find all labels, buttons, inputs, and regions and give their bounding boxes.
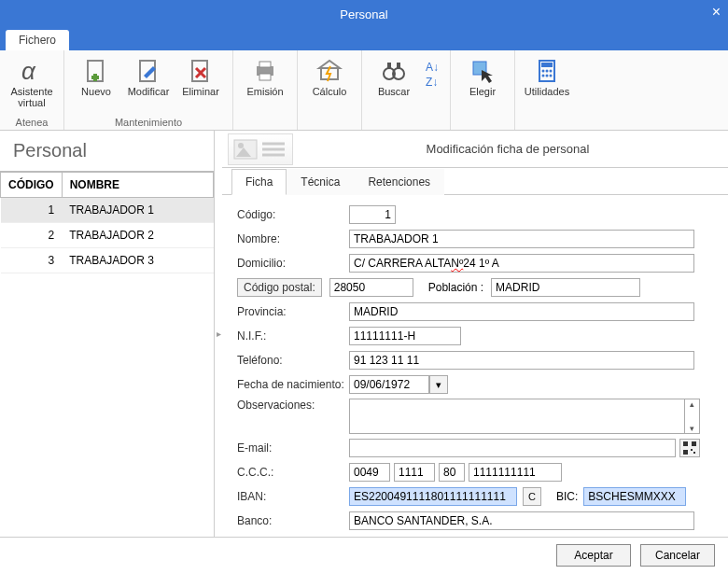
grid: CÓDIGO NOMBRE 1 TRABAJADOR 1 2 TRABAJADO… — [0, 171, 214, 273]
accept-button[interactable]: Aceptar — [556, 544, 631, 567]
calculator-icon — [532, 56, 562, 86]
left-title: Personal — [0, 131, 214, 171]
footer: Aceptar Cancelar — [0, 537, 728, 572]
svg-rect-33 — [691, 449, 693, 451]
main: Personal CÓDIGO NOMBRE 1 TRABAJADOR 1 2 — [0, 131, 728, 537]
label-domicilio: Domicilio: — [237, 257, 349, 270]
label-fecha-nac: Fecha de nacimiento: — [237, 378, 349, 391]
input-iban[interactable] — [349, 487, 517, 506]
asistente-virtual-button[interactable]: α Asistente virtual — [7, 54, 56, 110]
obs-scrollbar[interactable]: ▴▾ — [685, 399, 700, 434]
qr-icon[interactable] — [679, 439, 700, 457]
titlebar: Personal × — [0, 0, 728, 28]
emision-label: Emisión — [246, 86, 283, 97]
codigo-postal-button[interactable]: Código postal: — [237, 278, 322, 297]
col-codigo[interactable]: CÓDIGO — [1, 173, 63, 198]
iban-calc-button[interactable]: C — [523, 487, 541, 506]
svg-point-20 — [546, 70, 549, 73]
sort-desc-button[interactable]: Z↓ — [422, 75, 442, 90]
label-provincia: Provincia: — [237, 305, 349, 318]
modificar-label: Modificar — [128, 86, 170, 97]
table-row[interactable]: 1 TRABAJADOR 1 — [1, 198, 214, 223]
input-observaciones[interactable] — [349, 399, 685, 434]
input-bic[interactable] — [583, 487, 686, 506]
label-codigo: Código: — [237, 208, 349, 221]
input-ccc-a[interactable] — [349, 463, 390, 482]
asistente-line2: virtual — [18, 97, 45, 108]
eliminar-button[interactable]: Eliminar — [176, 54, 225, 99]
edit-doc-icon — [133, 56, 163, 86]
ribbon-group-atenea: α Asistente virtual Atenea — [0, 50, 64, 130]
svg-rect-34 — [693, 452, 695, 454]
input-nombre[interactable] — [349, 230, 694, 248]
svg-rect-9 — [259, 62, 271, 67]
sort-asc-icon: A↓ — [426, 61, 439, 74]
input-codigo[interactable] — [349, 205, 396, 224]
cancel-button[interactable]: Cancelar — [640, 544, 715, 567]
col-nombre[interactable]: NOMBRE — [62, 173, 213, 198]
table-row[interactable]: 3 TRABAJADOR 3 — [1, 248, 214, 273]
cell-codigo: 1 — [1, 198, 63, 223]
input-email[interactable] — [349, 439, 676, 457]
table-row[interactable]: 2 TRABAJADOR 2 — [1, 223, 214, 248]
ribbon-tabs: Fichero — [0, 28, 728, 50]
close-icon[interactable]: × — [712, 4, 721, 21]
form-tabs: Ficha Técnica Retenciones — [222, 168, 728, 195]
emision-button[interactable]: Emisión — [241, 54, 289, 99]
elegir-button[interactable]: Elegir — [458, 54, 507, 99]
cursor-box-icon — [468, 56, 497, 86]
eliminar-label: Eliminar — [182, 86, 219, 97]
utilidades-button[interactable]: Utilidades — [523, 54, 571, 99]
label-banco: Banco: — [237, 514, 349, 527]
input-banco[interactable] — [349, 511, 694, 530]
svg-rect-32 — [683, 450, 688, 455]
input-fecha-nac[interactable] — [349, 375, 429, 394]
ribbon-tab-fichero[interactable]: Fichero — [6, 30, 69, 50]
elegir-label: Elegir — [469, 86, 496, 97]
calculo-label: Cálculo — [313, 86, 347, 97]
input-telefono[interactable] — [349, 351, 694, 370]
ribbon: α Asistente virtual Atenea Nuevo Modific… — [0, 50, 728, 131]
buscar-button[interactable]: Buscar — [370, 54, 418, 99]
label-ccc: C.C.C.: — [237, 466, 349, 479]
nuevo-label: Nuevo — [81, 86, 111, 97]
input-ccc-b[interactable] — [394, 463, 435, 482]
ribbon-group-utilidades: Utilidades — [515, 50, 579, 130]
print-icon — [250, 56, 280, 86]
sort-desc-icon: Z↓ — [426, 76, 438, 89]
label-observaciones: Observaciones: — [237, 399, 349, 412]
input-nif[interactable] — [349, 327, 461, 345]
input-cp[interactable] — [329, 278, 413, 297]
view-mode-icon[interactable] — [228, 133, 293, 165]
svg-rect-10 — [259, 74, 271, 80]
detail-header: Modificación ficha de personal — [222, 131, 728, 168]
tab-tecnica[interactable]: Técnica — [287, 169, 354, 195]
splitter-handle[interactable]: ▸ — [215, 131, 222, 537]
input-poblacion[interactable] — [491, 278, 640, 297]
svg-point-24 — [550, 75, 553, 77]
date-picker-button[interactable]: ▾ — [429, 375, 448, 394]
nuevo-button[interactable]: Nuevo — [72, 54, 120, 99]
right-panel: Modificación ficha de personal Ficha Téc… — [222, 131, 728, 537]
utilidades-label: Utilidades — [525, 86, 569, 97]
sort-asc-button[interactable]: A↓ — [422, 60, 442, 75]
input-ccc-c[interactable] — [439, 463, 465, 482]
ribbon-caption-mant: Mantenimiento — [72, 115, 225, 128]
input-ccc-d[interactable] — [469, 463, 562, 482]
cell-codigo: 3 — [1, 248, 63, 273]
svg-point-22 — [542, 75, 545, 77]
svg-point-26 — [238, 143, 244, 148]
modificar-button[interactable]: Modificar — [124, 54, 173, 99]
tab-retenciones[interactable]: Retenciones — [354, 169, 444, 195]
ribbon-group-calculo: Cálculo — [298, 50, 362, 130]
input-domicilio[interactable]: C/ CARRERA ALTA Nº 24 1º A — [349, 254, 694, 273]
cell-codigo: 2 — [1, 223, 63, 248]
calculo-button[interactable]: Cálculo — [305, 54, 354, 99]
input-provincia[interactable] — [349, 302, 694, 321]
left-panel: Personal CÓDIGO NOMBRE 1 TRABAJADOR 1 2 — [0, 131, 215, 537]
label-bic: BIC: — [556, 490, 578, 503]
tab-ficha[interactable]: Ficha — [231, 169, 287, 195]
ribbon-group-mantenimiento: Nuevo Modificar Eliminar Mantenimiento — [64, 50, 233, 130]
label-nif: N.I.F.: — [237, 329, 349, 343]
svg-point-21 — [550, 70, 553, 73]
